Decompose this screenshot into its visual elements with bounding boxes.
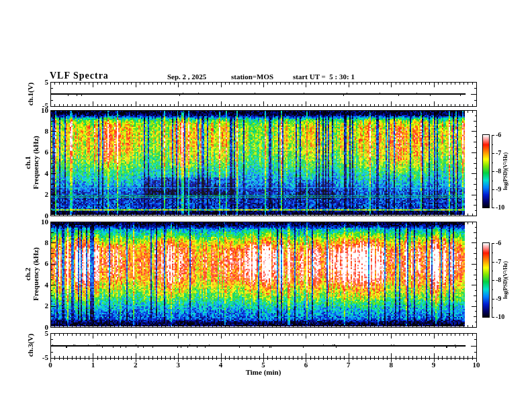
ch2-freq-tick-label: 2 [26, 302, 48, 310]
colorbar1-tick-label: -6 [496, 132, 501, 138]
ch1-frequency-axis-label: Frequency (kHz) [32, 136, 40, 189]
ch3v-volt-tick-label: -5 [26, 354, 48, 361]
ch1-freq-tick-label: 8 [26, 128, 48, 135]
ch2-freq-tick-label: 4 [26, 281, 48, 289]
colorbar1-tick-label: -9 [496, 186, 501, 193]
header-date: Sep. 2 , 2025 [167, 73, 206, 81]
colorbar1-tick-label: -8 [496, 168, 501, 175]
ch1v-volt-tick-label: 5 [26, 79, 48, 86]
header-station: station=MOS [231, 73, 273, 81]
colorbar2-tick-label: -6 [496, 240, 501, 246]
time-tick-label: 7 [347, 361, 351, 369]
ch2-freq-tick-label: 6 [26, 260, 48, 267]
colorbar2-tick-label: -10 [496, 314, 504, 320]
colorbar2-tick-label: -7 [496, 259, 501, 265]
time-tick-label: 2 [134, 361, 138, 369]
time-tick-label: 8 [389, 361, 393, 369]
colorbar2-tick-label: -8 [496, 277, 501, 283]
colorbar1-label: log(PSD)(V²/Hz) [503, 152, 508, 190]
time-axis-label: Time (min) [246, 369, 281, 376]
colorbar1-tick-label: -7 [496, 150, 501, 156]
colorbar2-label: log(PSD)(V²/Hz) [503, 261, 508, 299]
ch1-freq-tick-label: 6 [26, 148, 48, 156]
time-tick-label: 9 [432, 361, 436, 369]
time-tick-label: 6 [304, 361, 308, 369]
ch3v-volt-tick-label: 5 [26, 330, 48, 337]
ch1v-volt-tick-label: -5 [26, 102, 48, 109]
ch2-freq-tick-label: 10 [26, 218, 48, 226]
time-tick-label: 0 [48, 361, 52, 369]
time-tick-label: 1 [91, 361, 95, 369]
time-tick-label: 4 [219, 361, 223, 369]
time-tick-label: 5 [261, 361, 265, 369]
page-title: VLF Spectra [50, 71, 109, 81]
ch2-freq-tick-label: 8 [26, 239, 48, 246]
ch2-channel-label: ch.2 [24, 267, 32, 280]
ch2-frequency-axis-label: Frequency (kHz) [32, 247, 40, 301]
vlf-spectra-figure: VLF Spectra Sep. 2 , 2025 station=MOS st… [0, 0, 532, 411]
ch1-freq-tick-label: 2 [26, 191, 48, 198]
header-start-ut: start UT = 5 : 30: 1 [293, 73, 355, 81]
colorbar1-tick-label: -10 [496, 204, 504, 211]
time-tick-label: 10 [473, 361, 480, 369]
ch1-channel-label: ch.1 [24, 156, 32, 169]
time-tick-label: 3 [176, 361, 180, 369]
colorbar2-tick-label: -9 [496, 295, 501, 302]
ch1-freq-tick-label: 4 [26, 170, 48, 177]
spectrogram-plot-canvas [0, 0, 532, 411]
